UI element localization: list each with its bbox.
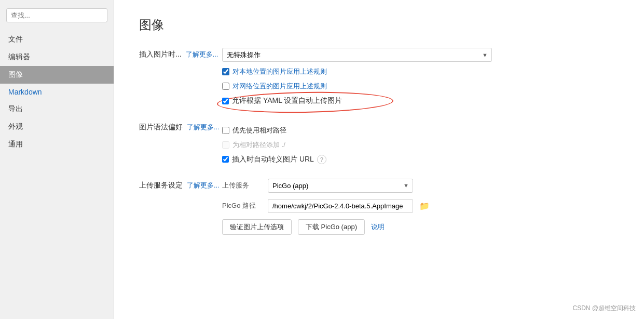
search-input[interactable] xyxy=(6,8,107,22)
prefer-section: 图片语法偏好 了解更多... 优先使用相对路径 为相对路径添加 ./ 插入时自动… xyxy=(139,121,619,164)
sidebar-item-appearance[interactable]: 外观 xyxy=(0,118,114,136)
sidebar-item-export[interactable]: 导出 xyxy=(0,100,114,118)
yaml-row-wrapper: 允许根据 YAML 设置自动上传图片 xyxy=(222,96,342,105)
service-dropdown[interactable]: PicGo (app)PicGo-Core (command line)Cust… xyxy=(268,179,413,193)
service-dropdown-wrapper: PicGo (app)PicGo-Core (command line)Cust… xyxy=(268,179,413,193)
verify-upload-button[interactable]: 验证图片上传选项 xyxy=(222,219,292,235)
upload-content: 上传服务 PicGo (app)PicGo-Core (command line… xyxy=(222,179,619,235)
insert-section: 插入图片时... 了解更多... 无特殊操作复制到当前目录复制到指定路径移动到指… xyxy=(139,48,619,106)
search-box xyxy=(6,8,107,22)
checkbox-relative-row: 优先使用相对路径 xyxy=(222,126,619,135)
prefer-learn-more[interactable]: 了解更多... xyxy=(187,123,220,131)
sidebar-item-general[interactable]: 通用 xyxy=(0,136,114,153)
upload-buttons-row: 验证图片上传选项 下载 PicGo (app) 说明 xyxy=(222,219,619,235)
checkbox-local-label: 对本地位置的图片应用上述规则 xyxy=(232,67,327,76)
insert-content: 无特殊操作复制到当前目录复制到指定路径移动到指定路径上传图片 ▼ 对本地位置的图… xyxy=(222,48,619,106)
picgo-path-label: PicGo 路径 xyxy=(222,201,264,210)
checkbox-network[interactable] xyxy=(222,83,229,90)
insert-dropdown-wrapper: 无特殊操作复制到当前目录复制到指定路径移动到指定路径上传图片 ▼ xyxy=(222,48,492,62)
help-icon-convert[interactable]: ? xyxy=(317,155,326,164)
checkbox-relative-label: 优先使用相对路径 xyxy=(232,126,286,135)
service-label: 上传服务 xyxy=(222,181,264,190)
checkbox-yaml-label: 允许根据 YAML 设置自动上传图片 xyxy=(232,96,342,105)
checkbox-prefix-row: 为相对路径添加 ./ xyxy=(222,140,619,150)
picgo-path-row: PicGo 路径 📁 xyxy=(222,199,619,213)
insert-label: 插入图片时... 了解更多... xyxy=(139,48,222,59)
upload-section: 上传服务设定 了解更多... 上传服务 PicGo (app)PicGo-Cor… xyxy=(139,179,619,235)
auto-convert-row: 插入时自动转义图片 URL ? xyxy=(222,155,619,164)
sidebar-item-image[interactable]: 图像 xyxy=(0,66,114,84)
watermark: CSDN @超维空间科技 xyxy=(572,304,636,313)
prefer-label: 图片语法偏好 了解更多... xyxy=(139,121,222,132)
checkbox-relative[interactable] xyxy=(222,127,229,134)
checkbox-local-row: 对本地位置的图片应用上述规则 xyxy=(222,67,619,76)
checkbox-auto-convert-label: 插入时自动转义图片 URL xyxy=(232,155,314,164)
insert-learn-more[interactable]: 了解更多... xyxy=(186,50,218,58)
page-title: 图像 xyxy=(139,17,619,33)
insert-dropdown[interactable]: 无特殊操作复制到当前目录复制到指定路径移动到指定路径上传图片 xyxy=(222,48,492,62)
prefer-content: 优先使用相对路径 为相对路径添加 ./ 插入时自动转义图片 URL ? xyxy=(222,121,619,164)
checkbox-network-row: 对网络位置的图片应用上述规则 xyxy=(222,82,619,91)
checkbox-prefix xyxy=(222,141,229,149)
folder-icon[interactable]: 📁 xyxy=(417,200,432,212)
checkbox-auto-convert[interactable] xyxy=(222,156,229,163)
sidebar: 文件 编辑器 图像 Markdown 导出 外观 通用 xyxy=(0,0,114,319)
service-row: 上传服务 PicGo (app)PicGo-Core (command line… xyxy=(222,179,619,193)
checkbox-prefix-label: 为相对路径添加 ./ xyxy=(232,140,285,150)
upload-learn-more[interactable]: 了解更多... xyxy=(187,181,220,189)
explain-button[interactable]: 说明 xyxy=(371,222,385,232)
checkbox-local[interactable] xyxy=(222,68,229,75)
main-content: 图像 插入图片时... 了解更多... 无特殊操作复制到当前目录复制到指定路径移… xyxy=(114,0,644,319)
sidebar-item-editor[interactable]: 编辑器 xyxy=(0,48,114,66)
download-picgo-button[interactable]: 下载 PicGo (app) xyxy=(298,219,365,235)
picgo-path-input[interactable] xyxy=(268,199,413,213)
sidebar-item-markdown[interactable]: Markdown xyxy=(0,84,114,100)
upload-label: 上传服务设定 了解更多... xyxy=(139,179,222,190)
sidebar-item-file[interactable]: 文件 xyxy=(0,31,114,48)
checkbox-yaml[interactable] xyxy=(222,98,229,104)
checkbox-network-label: 对网络位置的图片应用上述规则 xyxy=(232,82,327,91)
